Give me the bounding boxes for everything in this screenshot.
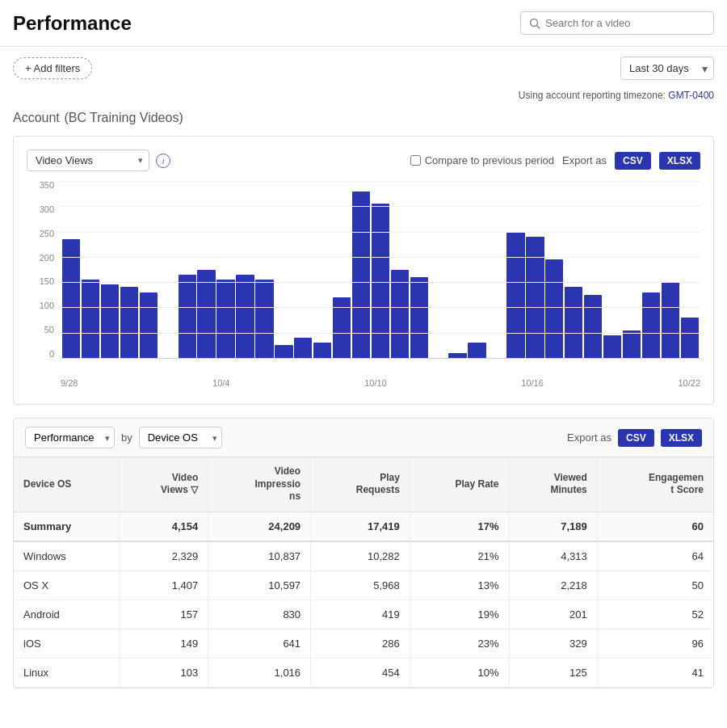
- bar-26: [565, 287, 582, 358]
- row-0-cell-2: 10,837: [208, 541, 311, 571]
- row-1-cell-2: 10,597: [208, 570, 311, 600]
- row-2-cell-2: 830: [208, 600, 311, 629]
- table-csv-button[interactable]: CSV: [618, 429, 654, 447]
- summary-row: Summary4,15424,20917,41917%7,18960: [14, 511, 713, 541]
- chart-toolbar-right: Compare to previous period Export as CSV…: [410, 152, 700, 170]
- x-label-104: 10/4: [212, 378, 229, 388]
- bar-10: [255, 280, 273, 358]
- date-range-select[interactable]: Last 30 days Last 7 days Last 90 days Cu…: [620, 57, 714, 80]
- row-3-cell-0: iOS: [14, 629, 119, 658]
- y-label-350: 350: [40, 181, 54, 190]
- row-0-cell-4: 21%: [410, 541, 509, 571]
- bar-3: [120, 287, 138, 358]
- y-label-100: 100: [40, 301, 54, 310]
- row-0-cell-1: 2,329: [119, 541, 208, 571]
- timezone-text: Using account reporting timezone:: [519, 90, 666, 101]
- chart-xlsx-button[interactable]: XLSX: [659, 152, 700, 170]
- row-4-cell-0: Linux: [14, 658, 119, 687]
- row-3-cell-6: 96: [597, 629, 713, 658]
- y-label-200: 200: [40, 254, 54, 263]
- table-row: Android15783041919%20152: [14, 600, 713, 629]
- timezone-bar: Using account reporting timezone: GMT-04…: [0, 90, 727, 107]
- row-2-cell-1: 157: [119, 600, 208, 629]
- row-3-cell-4: 23%: [410, 629, 509, 658]
- chart-toolbar-left: Video Views Video Impressions Play Reque…: [27, 149, 170, 171]
- table-section: Performance by Device OS Browser Country…: [13, 418, 714, 688]
- table-toolbar-right: Export as CSV XLSX: [567, 429, 702, 447]
- compare-label: Compare to previous period: [425, 154, 554, 166]
- bar-14: [333, 297, 351, 358]
- bars-container: [61, 181, 700, 358]
- svg-line-1: [537, 25, 540, 28]
- row-1-cell-0: OS X: [14, 570, 119, 600]
- row-3-cell-5: 329: [509, 629, 597, 658]
- bar-chart: 350 300 250 200 150 100 50 0: [27, 181, 700, 391]
- bar-29: [623, 330, 641, 358]
- row-4-cell-6: 41: [597, 658, 713, 687]
- page-title: Performance: [13, 12, 132, 35]
- bar-13: [313, 343, 331, 358]
- row-3-cell-1: 149: [119, 629, 208, 658]
- row-4-cell-1: 103: [119, 658, 208, 687]
- row-3-cell-2: 641: [208, 629, 311, 658]
- table-row: iOS14964128623%32996: [14, 629, 713, 658]
- bar-24: [526, 237, 544, 358]
- chart-area: [61, 181, 700, 359]
- x-label-1010: 10/10: [364, 378, 387, 388]
- add-filters-button[interactable]: + Add filters: [13, 57, 92, 79]
- col-viewed-minutes: ViewedMinutes: [509, 457, 597, 511]
- table-row: Windows2,32910,83710,28221%4,31364: [14, 541, 713, 571]
- table-row: OS X1,40710,5975,96813%2,21850: [14, 570, 713, 600]
- add-filters-label: + Add filters: [25, 62, 80, 74]
- perf-select[interactable]: Performance: [25, 427, 115, 448]
- table-toolbar-left: Performance by Device OS Browser Country…: [25, 427, 222, 448]
- metric-select[interactable]: Video Views Video Impressions Play Reque…: [27, 149, 149, 171]
- filter-bar: + Add filters Last 30 days Last 7 days L…: [0, 47, 727, 90]
- grid-line: [61, 333, 700, 334]
- col-engagement-score: Engagement Score: [597, 457, 713, 511]
- bar-30: [642, 292, 660, 358]
- table-toolbar: Performance by Device OS Browser Country…: [14, 419, 713, 457]
- col-device-os: Device OS: [14, 457, 119, 511]
- search-input[interactable]: [545, 17, 705, 29]
- y-label-300: 300: [40, 205, 54, 214]
- bar-31: [662, 282, 679, 358]
- search-box[interactable]: [520, 11, 714, 35]
- timezone-link[interactable]: GMT-0400: [668, 90, 714, 101]
- row-1-cell-4: 13%: [410, 570, 509, 600]
- x-axis: 9/28 10/4 10/10 10/16 10/22: [27, 378, 700, 388]
- bar-16: [372, 204, 389, 358]
- y-label-0: 0: [49, 350, 54, 359]
- row-4-cell-4: 10%: [410, 658, 509, 687]
- bar-21: [468, 343, 485, 358]
- bar-27: [584, 295, 602, 358]
- row-2-cell-0: Android: [14, 600, 119, 629]
- summary-cell-5: 7,189: [509, 511, 597, 541]
- bar-28: [603, 335, 621, 358]
- bar-25: [545, 259, 563, 358]
- table-header: Device OS VideoViews ▽ VideoImpressions …: [14, 457, 713, 511]
- metric-wrapper: Video Views Video Impressions Play Reque…: [27, 149, 149, 171]
- table-xlsx-button[interactable]: XLSX: [661, 429, 702, 447]
- export-label: Export as: [562, 154, 607, 166]
- header-row: Device OS VideoViews ▽ VideoImpressions …: [14, 457, 713, 511]
- compare-checkbox-label[interactable]: Compare to previous period: [410, 154, 554, 166]
- col-play-rate: Play Rate: [410, 457, 509, 511]
- row-4-cell-5: 125: [509, 658, 597, 687]
- table-body: Summary4,15424,20917,41917%7,18960Window…: [14, 511, 713, 687]
- grid-line: [61, 307, 700, 308]
- col-video-views[interactable]: VideoViews ▽: [119, 457, 208, 511]
- y-label-50: 50: [44, 326, 54, 335]
- device-wrapper: Device OS Browser Country Player: [139, 427, 222, 448]
- row-2-cell-5: 201: [509, 600, 597, 629]
- bar-6: [179, 275, 196, 358]
- chart-csv-button[interactable]: CSV: [615, 152, 651, 170]
- bar-11: [275, 345, 292, 358]
- info-icon[interactable]: i: [156, 154, 170, 168]
- device-select[interactable]: Device OS Browser Country Player: [139, 427, 222, 448]
- account-section: Account (BC Training Videos): [0, 107, 727, 136]
- grid-line: [61, 206, 700, 207]
- search-icon: [529, 18, 540, 29]
- compare-checkbox-input[interactable]: [410, 155, 421, 166]
- row-0-cell-3: 10,282: [311, 541, 410, 571]
